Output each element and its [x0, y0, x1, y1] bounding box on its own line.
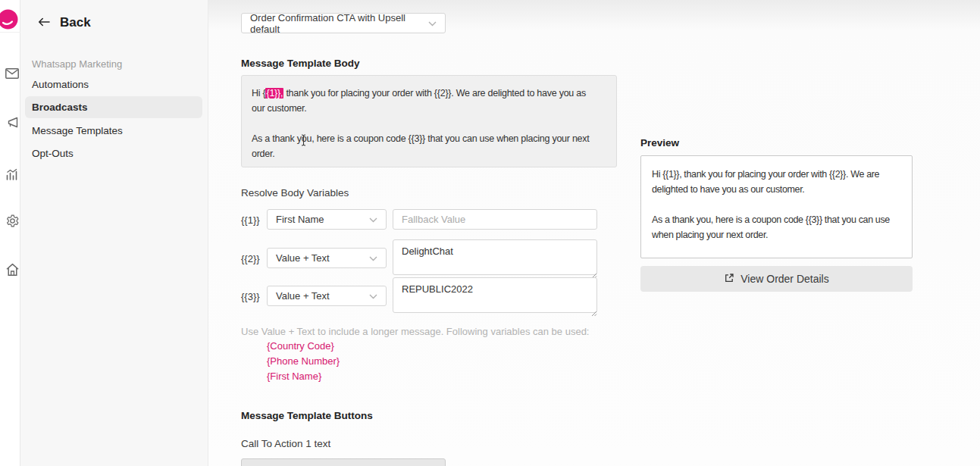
variable-2-label: {{2}}: [241, 253, 260, 264]
megaphone-icon[interactable]: [5, 115, 20, 133]
preview-label: Preview: [640, 137, 679, 149]
icon-rail: [0, 0, 20, 466]
hint-variable-phone-number: {Phone Number}: [267, 355, 340, 367]
back-arrow-icon: [38, 16, 50, 30]
preview-line: when placing your next order.: [652, 227, 901, 242]
sidebar: Back Whatsapp Marketing Automations Broa…: [20, 0, 208, 466]
message-template-body-label: Message Template Body: [241, 58, 360, 69]
preview-line: delighted to have you as our customer.: [652, 182, 901, 197]
sidebar-item-message-templates[interactable]: Message Templates: [32, 125, 203, 136]
preview-line-blank: [652, 197, 901, 212]
app-window: Back Whatsapp Marketing Automations Broa…: [0, 0, 980, 466]
variable-3-label: {{3}}: [241, 291, 260, 302]
home-icon[interactable]: [5, 263, 20, 280]
hint-variable-first-name: {First Name}: [267, 371, 321, 382]
cta1-label: Call To Action 1 text: [241, 438, 330, 449]
resolve-variables-label: Resolve Body Variables: [241, 187, 349, 199]
external-link-icon: [724, 273, 734, 286]
preview-line: As a thank you, here is a coupon code {{…: [652, 212, 901, 227]
settings-icon[interactable]: [5, 214, 20, 231]
body-line: Hi {{1}}, thank you for placing your ord…: [252, 86, 606, 101]
selected-variable-highlight: {1}},: [265, 88, 283, 99]
back-label: Back: [60, 15, 91, 30]
sidebar-item-opt-outs[interactable]: Opt-Outs: [32, 148, 203, 159]
back-button[interactable]: Back: [38, 15, 91, 30]
view-order-details-button[interactable]: View Order Details: [640, 266, 913, 292]
message-template-select[interactable]: Order Confirmation CTA with Upsell defau…: [241, 13, 446, 33]
hint-variable-country-code: {Country Code}: [267, 340, 334, 352]
preview-line: Hi {{1}}, thank you for placing your ord…: [652, 167, 901, 182]
body-line-blank: [252, 116, 606, 131]
chevron-down-icon: [369, 290, 377, 302]
chevron-down-icon: [369, 252, 377, 264]
body-line: our customer.: [252, 101, 606, 116]
variable-1-type-value: First Name: [276, 214, 324, 225]
variable-2-type-value: Value + Text: [276, 252, 330, 264]
view-order-details-label: View Order Details: [740, 273, 828, 285]
variable-1-label: {{1}}: [241, 214, 260, 226]
cta1-text-input[interactable]: [241, 458, 446, 466]
delightchat-logo-icon[interactable]: [0, 9, 18, 30]
message-template-select-value: Order Confirmation CTA with Upsell defau…: [250, 12, 428, 35]
message-template-buttons-label: Message Template Buttons: [241, 410, 373, 421]
message-body-editor[interactable]: Hi {{1}}, thank you for placing your ord…: [241, 75, 617, 167]
chevron-down-icon: [428, 17, 437, 29]
sidebar-section-label: Whatsapp Marketing: [32, 58, 122, 70]
variable-3-value-textarea[interactable]: REPUBLIC2022: [393, 277, 597, 313]
rail-divider: [0, 32, 20, 33]
variables-hint-text: Use Value + Text to include a longer mes…: [241, 326, 589, 337]
variable-2-value-textarea[interactable]: DelightChat: [393, 239, 597, 275]
variable-2-type-select[interactable]: Value + Text: [267, 248, 387, 268]
variable-3-type-value: Value + Text: [276, 290, 330, 302]
variable-3-type-select[interactable]: Value + Text: [267, 286, 387, 306]
text-cursor: [300, 134, 307, 149]
chevron-down-icon: [369, 214, 377, 225]
sidebar-item-automations[interactable]: Automations: [32, 79, 203, 90]
sidebar-item-broadcasts[interactable]: Broadcasts: [25, 96, 202, 118]
analytics-icon[interactable]: [5, 168, 19, 183]
preview-box: Hi {{1}}, thank you for placing your ord…: [640, 155, 913, 258]
mail-icon[interactable]: [5, 68, 19, 82]
variable-1-type-select[interactable]: First Name: [267, 209, 387, 230]
variable-1-fallback-input[interactable]: [393, 209, 597, 230]
